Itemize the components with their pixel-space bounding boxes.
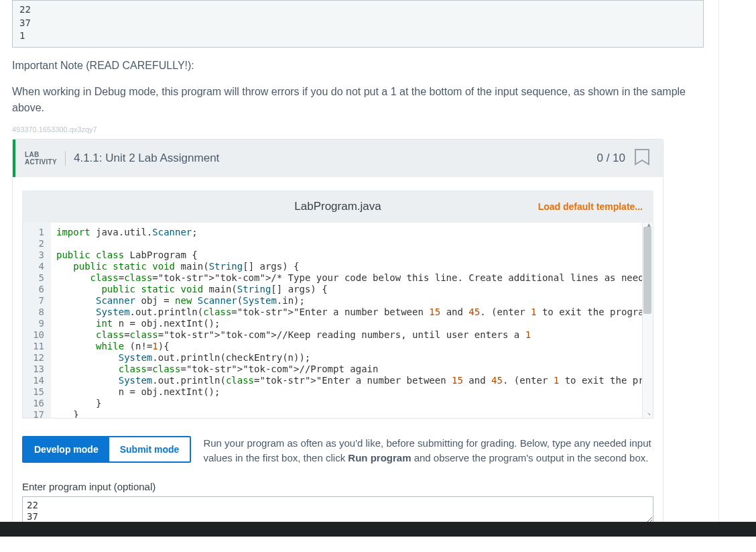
program-input-label: Enter program input (optional) [22,481,653,492]
submit-mode-button[interactable]: Submit mode [109,437,190,461]
sample-line: 22 [19,3,696,17]
bottom-bar [0,522,756,537]
scroll-down-icon[interactable]: ↘ [647,410,651,417]
scroll-thumb[interactable] [643,227,651,314]
right-sidebar-rail [718,0,756,537]
sample-output-box: 22 37 1 [12,0,704,48]
mode-description: Run your program as often as you'd like,… [203,436,653,466]
program-input-textarea[interactable] [22,496,653,523]
bookmark-icon[interactable] [633,148,651,168]
important-note-heading: Important Note (READ CAREFULLY!): [12,60,704,72]
resource-id: 493370.1653300.qx3zqy7 [12,125,704,133]
lab-card: LAB ACTIVITY 4.1.1: Unit 2 Lab Assignmen… [12,139,664,526]
lab-header: LAB ACTIVITY 4.1.1: Unit 2 Lab Assignmen… [13,140,663,177]
code-content[interactable]: import java.util.Scanner; public class L… [51,223,653,418]
important-note-body: When working in Debug mode, this program… [12,84,704,116]
lab-activity-label: LAB ACTIVITY [25,151,66,166]
line-number-gutter: 1 2 3 4 5 6 7 8 9 10 11 12 13 14 15 16 1… [23,223,51,418]
code-editor[interactable]: 1 2 3 4 5 6 7 8 9 10 11 12 13 14 15 16 1… [22,223,653,419]
file-bar: LabProgram.java Load default template... [22,190,653,223]
lab-score: 0 / 10 [596,152,625,165]
file-name: LabProgram.java [294,200,381,213]
sample-line: 37 [19,17,696,30]
lab-title: 4.1.1: Unit 2 Lab Assignment [74,152,219,165]
develop-mode-button[interactable]: Develop mode [23,437,109,461]
load-template-link[interactable]: Load default template... [538,201,643,212]
mode-toggle: Develop mode Submit mode [22,436,191,463]
sample-line: 1 [19,30,696,43]
editor-scrollbar[interactable]: ▲ ↘ [642,223,653,418]
